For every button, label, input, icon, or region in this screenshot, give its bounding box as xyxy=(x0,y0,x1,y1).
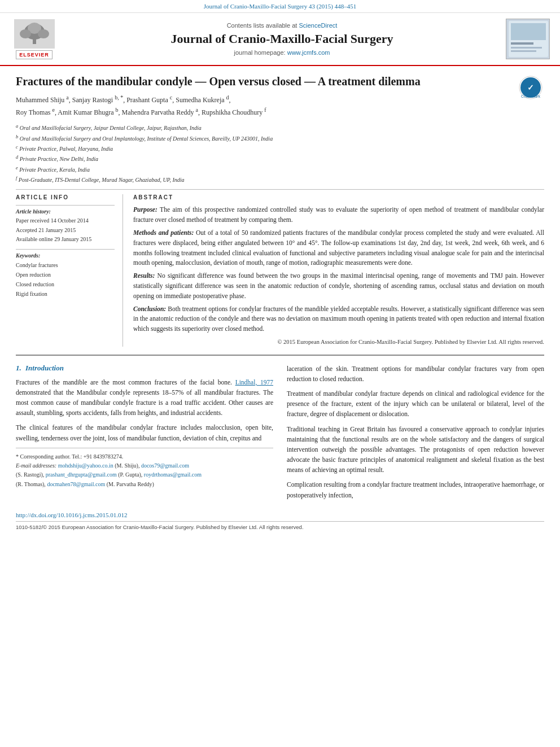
methods-label: Methods and patients: xyxy=(133,229,194,236)
journal-header-center: Contents lists available at ScienceDirec… xyxy=(58,22,506,56)
abstract-conclusion: Conclusion: Both treatment options for c… xyxy=(133,304,544,334)
introduction-section: 1. Introduction Fractures of the mandibl… xyxy=(16,364,544,505)
abstract-heading: ABSTRACT xyxy=(133,194,544,200)
history-item-3: Available online 29 January 2015 xyxy=(16,235,115,244)
journal-cover-image xyxy=(506,19,550,59)
svg-rect-9 xyxy=(511,42,533,45)
keyword-4: Rigid fixation xyxy=(16,289,115,299)
elsevier-text-logo: ELSEVIER xyxy=(16,50,53,59)
abstract-copyright: © 2015 European Association for Cranio-M… xyxy=(133,338,544,347)
article-title-area: Fractures of the mandibular condyle — Op… xyxy=(16,74,507,118)
elsevier-decorative-logo xyxy=(14,19,55,49)
crossmark-icon: ✓ CrossMark xyxy=(518,75,543,100)
affiliation-c: c Private Practice, Palwal, Haryana, Ind… xyxy=(16,143,544,154)
email-thomas[interactable]: roydrthomas@gmail.com xyxy=(144,471,202,478)
history-item-1: Paper received 14 October 2014 xyxy=(16,216,115,226)
svg-point-4 xyxy=(20,29,31,38)
affiliation-b: b Oral and Maxillofacial Surgery and Ora… xyxy=(16,133,544,143)
keyword-3: Closed reduction xyxy=(16,279,115,289)
history-item-2: Accepted 21 January 2015 xyxy=(16,226,115,235)
elsevier-tree-icon xyxy=(14,19,55,49)
journal-homepage-link[interactable]: www.jcmfs.com xyxy=(287,49,330,56)
article-info-column: ARTICLE INFO Article history: Paper rece… xyxy=(16,194,123,347)
intro-paragraph-4: Treatment of mandibular condylar fractur… xyxy=(287,388,544,419)
intro-right-column: laceration of the skin. Treatment option… xyxy=(287,364,544,505)
footnote-corresponding: * Corresponding author. Tel.: +91 843978… xyxy=(16,452,273,461)
authors-line: Muhammed Shiju a, Sanjay Rastogi b, *, P… xyxy=(16,93,507,118)
main-content: Fractures of the mandibular condyle — Op… xyxy=(0,66,560,538)
intro-paragraph-3: laceration of the skin. Treatment option… xyxy=(287,364,544,384)
article-title: Fractures of the mandibular condyle — Op… xyxy=(16,74,507,89)
affiliation-d: d Private Practice, New Delhi, India xyxy=(16,154,544,164)
purpose-label: Purpose: xyxy=(133,206,158,213)
intro-section-title: 1. Introduction xyxy=(16,364,273,373)
keyword-2: Open reduction xyxy=(16,270,115,279)
affiliation-e: e Private Practice, Kerala, India xyxy=(16,164,544,174)
keywords-border: Keywords: Condylar fractures Open reduct… xyxy=(16,249,115,299)
journal-header: ELSEVIER Contents lists available at Sci… xyxy=(0,13,560,66)
affiliation-f: f Post-Graduate, ITS-Dental College, Mur… xyxy=(16,174,544,185)
svg-rect-3 xyxy=(33,37,36,44)
svg-rect-10 xyxy=(511,47,542,49)
intro-left-column: 1. Introduction Fractures of the mandibl… xyxy=(16,364,273,505)
abstract-column: ABSTRACT Purpose: The aim of this prospe… xyxy=(133,194,544,347)
svg-rect-11 xyxy=(511,50,536,52)
doi-link[interactable]: http://dx.doi.org/10.1016/j.jcms.2015.01… xyxy=(16,512,544,518)
svg-text:✓: ✓ xyxy=(527,83,534,92)
journal-main-title: Journal of Cranio-Maxillo-Facial Surgery xyxy=(67,32,497,46)
intro-paragraph-6: Complication resulting from a condylar f… xyxy=(287,479,544,500)
contents-line: Contents lists available at ScienceDirec… xyxy=(67,22,497,29)
intro-paragraph-2: The clinical features of the mandibular … xyxy=(16,422,273,443)
article-info-heading: ARTICLE INFO xyxy=(16,194,115,200)
abstract-methods: Methods and patients: Out of a total of … xyxy=(133,228,544,268)
article-history-label: Article history: xyxy=(16,208,115,215)
email-gupta[interactable]: prashant_dhrgupta@gmail.com xyxy=(46,471,117,478)
svg-rect-8 xyxy=(511,23,546,40)
journal-homepage-line: journal homepage: www.jcmfs.com xyxy=(67,49,497,56)
svg-text:CrossMark: CrossMark xyxy=(521,94,540,98)
divider-2 xyxy=(16,355,544,356)
affiliations: a Oral and Maxillofacial Surgery, Jaipur… xyxy=(16,123,544,185)
article-info-abstract-section: ARTICLE INFO Article history: Paper rece… xyxy=(16,194,544,347)
intro-paragraph-1: Fractures of the mandible are the most c… xyxy=(16,377,273,418)
keyword-1: Condylar fractures xyxy=(16,260,115,270)
conclusion-label: Conclusion: xyxy=(133,305,166,312)
footnote-emails: E-mail addresses: mohdshiju@yahoo.co.in … xyxy=(16,461,273,490)
email-reddy[interactable]: docmahen78@gmail.com xyxy=(47,481,105,487)
abstract-purpose: Purpose: The aim of this prospective ran… xyxy=(133,205,544,225)
cover-thumbnail-icon xyxy=(506,19,549,59)
divider-1 xyxy=(16,189,544,190)
email-rastogi[interactable]: docos79@gmail.com xyxy=(141,462,189,469)
results-label: Results: xyxy=(133,272,155,279)
email-label: E-mail addresses: xyxy=(16,462,56,469)
footnote-section: * Corresponding author. Tel.: +91 843978… xyxy=(16,448,273,490)
email-shiju[interactable]: mohdshiju@yahoo.co.in xyxy=(58,462,113,469)
crossmark-badge: ✓ CrossMark xyxy=(517,74,544,101)
lindhal-reference[interactable]: Lindhal, 1977 xyxy=(235,379,273,386)
bottom-copyright: 1010-5182/© 2015 European Association fo… xyxy=(16,521,544,530)
elsevier-logo-area: ELSEVIER xyxy=(10,19,58,59)
affiliation-a: a Oral and Maxillofacial Surgery, Jaipur… xyxy=(16,123,544,133)
intro-paragraph-5: Traditional teaching in Great Britain ha… xyxy=(287,424,544,475)
article-history-border: Article history: Paper received 14 Octob… xyxy=(16,205,115,244)
journal-reference: Journal of Cranio-Maxillo-Facial Surgery… xyxy=(204,3,356,10)
svg-point-5 xyxy=(38,29,49,38)
top-banner: Journal of Cranio-Maxillo-Facial Surgery… xyxy=(0,0,560,13)
keywords-label: Keywords: xyxy=(16,252,115,259)
sciencedirect-link[interactable]: ScienceDirect xyxy=(299,22,337,29)
article-title-section: Fractures of the mandibular condyle — Op… xyxy=(16,74,544,118)
abstract-results: Results: No significant difference was f… xyxy=(133,271,544,301)
